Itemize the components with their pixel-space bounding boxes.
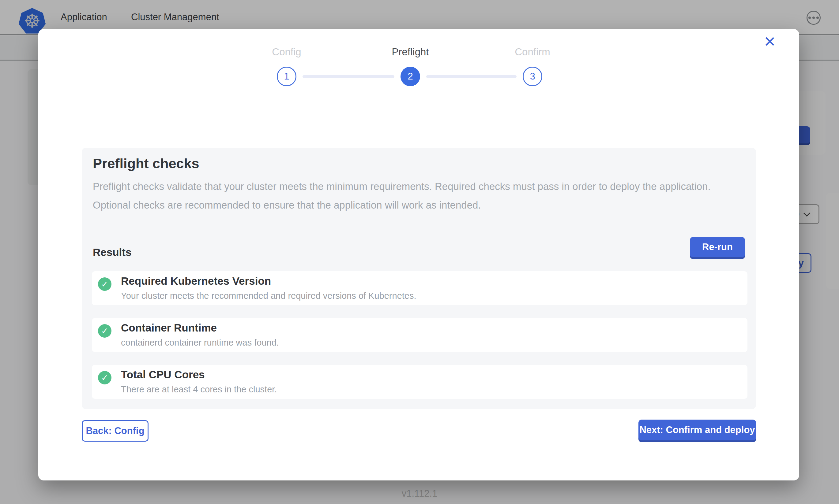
step-circle-preflight[interactable]: 2 xyxy=(400,67,420,86)
step-label-confirm: Confirm xyxy=(486,46,578,58)
page-title: Preflight checks xyxy=(93,156,199,172)
preflight-description: Preflight checks validate that your clus… xyxy=(93,177,733,214)
step-number: 2 xyxy=(408,71,413,82)
step-circle-confirm[interactable]: 3 xyxy=(523,67,542,86)
step-connector xyxy=(303,75,394,78)
close-icon[interactable]: ✕ xyxy=(764,35,776,49)
back-config-button[interactable]: Back: Config xyxy=(82,420,149,442)
check-pass-icon: ✓ xyxy=(98,371,112,384)
check-message: Your cluster meets the recommended and r… xyxy=(121,291,416,301)
results-heading: Results xyxy=(93,246,131,258)
check-pass-icon: ✓ xyxy=(98,277,112,291)
step-connector xyxy=(426,75,517,78)
check-message: containerd container runtime was found. xyxy=(121,338,279,348)
step-label-config: Config xyxy=(241,46,332,58)
step-circle-config[interactable]: 1 xyxy=(277,67,296,86)
step-label-preflight: Preflight xyxy=(364,46,456,58)
preflight-panel: Preflight checks Preflight checks valida… xyxy=(82,148,756,409)
step-number: 3 xyxy=(530,71,535,82)
check-result-card: ✓ Container Runtime containerd container… xyxy=(92,318,748,352)
check-message: There are at least 4 cores in the cluste… xyxy=(121,384,277,395)
next-confirm-deploy-button[interactable]: Next: Confirm and deploy xyxy=(638,419,756,440)
screen: ☸ Application Cluster Management 0 y v1.… xyxy=(0,0,839,504)
check-title: Required Kubernetes Version xyxy=(121,275,271,287)
step-number: 1 xyxy=(284,71,289,82)
check-result-card: ✓ Required Kubernetes Version Your clust… xyxy=(92,271,748,305)
check-title: Container Runtime xyxy=(121,322,217,334)
check-title: Total CPU Cores xyxy=(121,368,205,381)
preflight-modal: ✕ Config Preflight Confirm 1 2 3 Preflig… xyxy=(38,29,799,481)
rerun-button[interactable]: Re-run xyxy=(690,237,745,257)
check-pass-icon: ✓ xyxy=(98,324,112,338)
check-result-card: ✓ Total CPU Cores There are at least 4 c… xyxy=(92,365,748,399)
